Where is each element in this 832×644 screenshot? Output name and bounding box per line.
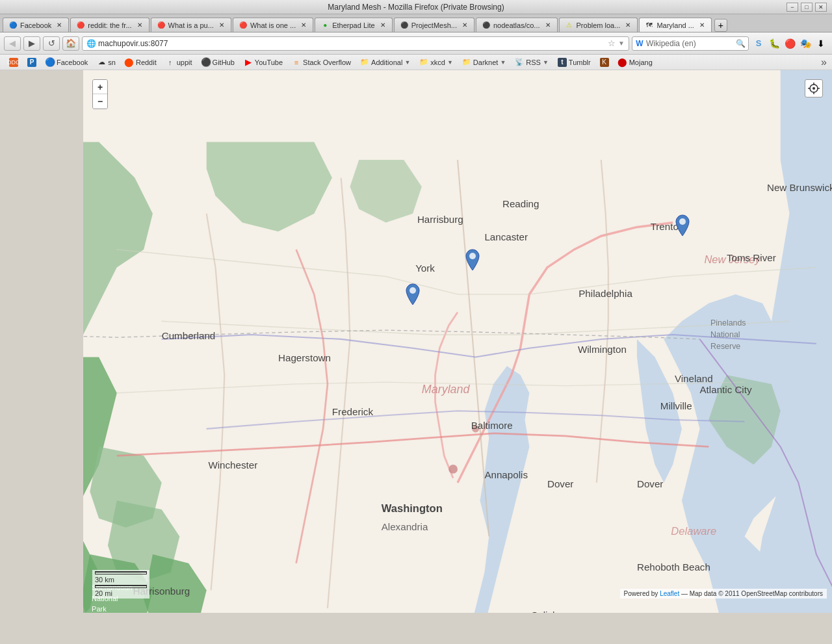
tab-reddit-close[interactable]: ✕	[136, 21, 144, 29]
tab-facebook-close[interactable]: ✕	[55, 21, 63, 29]
bookmark-rss[interactable]: 📡 RSS ▼	[511, 56, 552, 69]
reddit-favicon: ⬤	[125, 58, 134, 67]
private-addon-icon[interactable]: 🎭	[798, 36, 812, 51]
svg-text:Harrisburg: Harrisburg	[417, 214, 463, 225]
tab-facebook-label: Facebook	[20, 21, 51, 29]
svg-point-2	[448, 465, 458, 474]
bookmark-reddit-label: Reddit	[136, 58, 157, 66]
tab-projectmesh[interactable]: ⚫ ProjectMesh... ✕	[394, 18, 474, 32]
svg-point-44	[812, 87, 815, 90]
map-container[interactable]: Maryland Washington Alexandria Baltimore…	[83, 70, 832, 644]
map-svg: Maryland Washington Alexandria Baltimore…	[83, 70, 832, 644]
bookmark-facebook[interactable]: 🔵 Facebook	[42, 56, 92, 69]
new-tab-button[interactable]: +	[714, 19, 727, 32]
svg-text:Pinelands: Pinelands	[710, 318, 746, 328]
bookmark-additional[interactable]: 📁 Additional ▼	[356, 56, 414, 69]
reload-button[interactable]: ↺	[43, 36, 60, 51]
tab-whatisone-close[interactable]: ✕	[300, 21, 307, 29]
tab-whatisapu[interactable]: 🔴 What is a pu... ✕	[151, 18, 231, 32]
search-engine-icon: W	[635, 39, 644, 48]
tab-nodeatlas-label: nodeatlas/co...	[493, 21, 540, 29]
tab-whatisone-favicon: 🔴	[239, 21, 248, 30]
bookmark-reddit[interactable]: ⬤ Reddit	[121, 56, 161, 69]
tab-maryland[interactable]: 🗺 Maryland ... ✕	[639, 18, 711, 32]
map-pin-2[interactable]	[465, 248, 480, 274]
leaflet-link[interactable]: Leaflet	[660, 590, 679, 597]
bookmark-darknet-label: Darknet	[473, 58, 499, 66]
maximize-button[interactable]: □	[801, 3, 812, 12]
bookmark-sn[interactable]: ☁ sn	[93, 56, 120, 69]
sync-addon-icon[interactable]: S	[751, 36, 766, 51]
svg-text:Lancaster: Lancaster	[484, 231, 528, 242]
bookmark-ddg[interactable]: DDG	[5, 56, 22, 69]
download-icon[interactable]: ⬇	[814, 36, 828, 51]
tab-whatisapu-favicon: 🔴	[157, 21, 166, 30]
bookmarks-bar: DDG P 🔵 Facebook ☁ sn ⬤ Reddit ↑ uppit ⚫…	[0, 55, 832, 70]
tab-reddit[interactable]: 🔴 reddit: the fr... ✕	[70, 18, 149, 32]
zoom-in-button[interactable]: +	[93, 80, 107, 94]
tab-etherpad[interactable]: ● Etherpad Lite ✕	[315, 18, 392, 32]
nav-bar: ◀ ▶ ↺ 🏠 🌐 machupovir.us:8077 ☆ ▼ W Wikip…	[0, 32, 832, 55]
bookmark-darknet[interactable]: 📁 Darknet ▼	[458, 56, 510, 69]
darknet-favicon: 📁	[462, 58, 471, 67]
tab-nodeatlas[interactable]: ⚫ nodeatlas/co... ✕	[476, 18, 558, 32]
bookmark-k[interactable]: K	[596, 56, 613, 69]
svg-text:Millville: Millville	[660, 400, 692, 411]
extra-addon-icon[interactable]: 🔴	[783, 36, 797, 51]
back-button[interactable]: ◀	[4, 36, 21, 51]
sidebar	[0, 70, 83, 644]
attribution-text: Powered by	[624, 590, 660, 597]
ssl-indicator: ▼	[618, 40, 625, 47]
map-scale: 30 km 20 mi	[92, 570, 150, 599]
svg-point-51	[679, 218, 686, 225]
tab-maryland-label: Maryland ...	[656, 21, 694, 29]
map-pin-3[interactable]	[675, 214, 690, 239]
minimize-button[interactable]: −	[786, 3, 798, 12]
svg-text:Baltimore: Baltimore	[471, 420, 513, 431]
bookmark-stackoverflow[interactable]: ≡ Stack Overflow	[288, 56, 355, 69]
tab-facebook[interactable]: 🔵 Facebook ✕	[3, 18, 69, 32]
bookmark-uppit[interactable]: ↑ uppit	[162, 56, 196, 69]
svg-text:Maryland: Maryland	[422, 383, 471, 396]
bookmark-youtube[interactable]: ▶ YouTube	[240, 56, 287, 69]
firebug-addon-icon[interactable]: 🐛	[767, 36, 781, 51]
window-title: Maryland Mesh - Mozilla Firefox (Private…	[328, 3, 504, 12]
bookmark-mojang[interactable]: ⬤ Mojang	[614, 56, 656, 69]
bookmark-xkcd[interactable]: 📁 xkcd ▼	[415, 56, 457, 69]
tab-projectmesh-close[interactable]: ✕	[461, 21, 469, 29]
tab-whatisone[interactable]: 🔴 What is one ... ✕	[233, 18, 313, 32]
tab-reddit-label: reddit: the fr...	[88, 21, 131, 29]
svg-text:Winchester: Winchester	[208, 459, 257, 470]
tab-problemload-close[interactable]: ✕	[624, 21, 632, 29]
home-button[interactable]: 🏠	[62, 36, 79, 51]
ddg-favicon: DDG	[9, 58, 18, 67]
tab-nodeatlas-close[interactable]: ✕	[544, 21, 552, 29]
bookmark-star-icon[interactable]: ☆	[608, 38, 616, 48]
url-bar[interactable]: 🌐 machupovir.us:8077 ☆ ▼	[82, 36, 629, 51]
tab-problemload[interactable]: ⚠ Problem loa... ✕	[559, 18, 638, 32]
svg-text:New Brunswick: New Brunswick	[767, 182, 832, 193]
tab-whatisone-label: What is one ...	[250, 21, 296, 29]
svg-text:York: York	[415, 263, 435, 274]
xkcd-dropdown-arrow: ▼	[447, 59, 453, 66]
bookmark-github[interactable]: ⚫ GitHub	[198, 56, 239, 69]
zoom-out-button[interactable]: −	[93, 94, 107, 109]
bookmark-youtube-label: YouTube	[255, 58, 283, 66]
search-bar[interactable]: W Wikipedia (en) 🔍	[632, 36, 749, 51]
map-pin-1[interactable]	[405, 283, 421, 308]
search-submit-icon[interactable]: 🔍	[736, 39, 746, 48]
tab-etherpad-close[interactable]: ✕	[379, 21, 387, 29]
bookmarks-overflow-button[interactable]: »	[821, 57, 827, 68]
bookmark-tumblr-label: Tumblr	[569, 58, 591, 66]
tab-maryland-close[interactable]: ✕	[698, 21, 706, 29]
bookmark-mojang-label: Mojang	[629, 58, 653, 66]
bookmark-p[interactable]: P	[23, 56, 40, 69]
tab-facebook-favicon: 🔵	[8, 21, 18, 30]
forward-button[interactable]: ▶	[23, 36, 40, 51]
recenter-button[interactable]	[805, 79, 823, 97]
tab-whatisapu-close[interactable]: ✕	[218, 21, 226, 29]
bookmark-tumblr[interactable]: t Tumblr	[554, 56, 595, 69]
close-window-button[interactable]: ✕	[815, 3, 827, 12]
svg-text:Dover: Dover	[547, 478, 573, 489]
mojang-favicon: ⬤	[618, 58, 627, 67]
